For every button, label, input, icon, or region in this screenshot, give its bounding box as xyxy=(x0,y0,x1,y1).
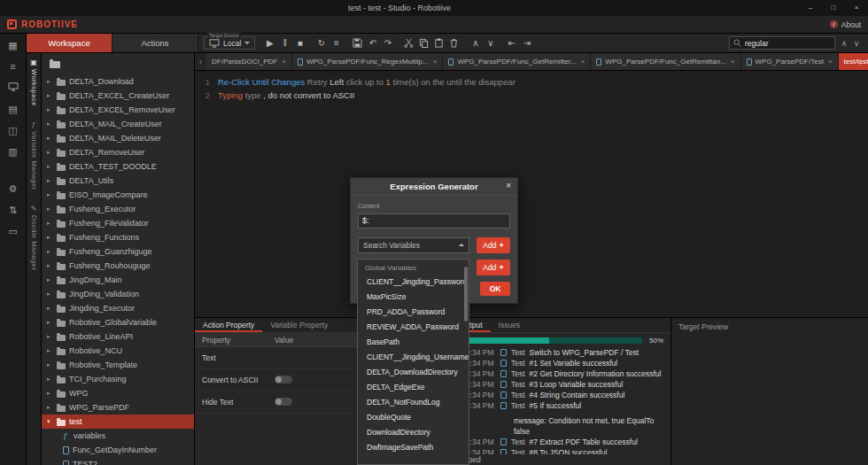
variable-option[interactable]: DELTA_NotFoundLog xyxy=(358,395,469,410)
variable-option[interactable]: DownloadDirectory xyxy=(358,425,469,440)
tree-item[interactable]: ▸Robotive_GlobalVariable xyxy=(42,315,194,329)
editor-tab[interactable]: WPG_ParsePDF/Test× xyxy=(741,53,839,70)
maximize-button[interactable]: □ xyxy=(822,0,845,16)
add-expression-button[interactable]: Add + xyxy=(477,260,510,275)
search-variables-select[interactable]: Search Variables xyxy=(358,237,469,253)
workspace-panel-toggle[interactable]: ▣Workspace xyxy=(30,58,38,106)
outdent-icon[interactable]: ⇤ xyxy=(504,35,519,50)
tab-close-icon[interactable]: × xyxy=(731,58,735,66)
import-export-icon[interactable]: ⇅ xyxy=(9,205,17,215)
tree-item[interactable]: ▸Jingding_Executor xyxy=(42,301,194,315)
tree-item[interactable]: ▸WPG xyxy=(42,386,194,400)
tab-close-icon[interactable]: × xyxy=(828,58,833,66)
tree-item[interactable]: ▸JingDing_Validation xyxy=(42,287,194,301)
editor-tab[interactable]: WPG_ParsePDF/Func_GetRemitter...× xyxy=(443,53,591,70)
variable-option[interactable]: MaxPicSize xyxy=(358,290,469,305)
tab-close-icon[interactable]: × xyxy=(282,58,286,66)
new-folder-icon[interactable] xyxy=(50,61,60,68)
manual-icon[interactable]: ▭ xyxy=(8,226,17,236)
devices-icon[interactable] xyxy=(8,82,19,93)
tab-close-icon[interactable]: × xyxy=(581,58,585,66)
tree-item[interactable]: ▸Robotive_LineAPI xyxy=(42,329,194,344)
delete-icon[interactable] xyxy=(446,35,461,50)
hide-text-toggle[interactable] xyxy=(275,398,292,406)
ok-button[interactable]: OK xyxy=(480,282,510,296)
minimize-button[interactable]: – xyxy=(799,0,822,16)
reports-icon[interactable]: ◫ xyxy=(8,125,17,136)
move-down-icon[interactable]: ∨ xyxy=(483,35,498,50)
tree-item[interactable]: TEST2 xyxy=(42,457,194,465)
dropdown-scrollbar[interactable] xyxy=(464,267,468,322)
play-icon[interactable]: ▶ xyxy=(262,35,277,50)
tree-item[interactable]: ▸EISO_ImageCompare xyxy=(42,188,194,202)
add-variable-button[interactable]: Add + xyxy=(477,237,510,253)
tab-overflow-menu-icon[interactable]: ⋮ xyxy=(854,53,868,70)
tree-item[interactable]: ▸DELTA_TEST_DOODLE xyxy=(42,159,194,174)
tree-item[interactable]: ▸DELTA_Utils xyxy=(42,174,194,188)
tab-workspace[interactable]: Workspace xyxy=(27,34,112,52)
about-button[interactable]: i About xyxy=(830,20,861,29)
schedule-icon[interactable]: ▤ xyxy=(8,104,17,114)
tree-item[interactable]: ▸Fusheng_FileValidator xyxy=(42,216,194,230)
tree-item[interactable]: ▸DELTA_RemoveUser xyxy=(42,145,194,159)
editor-tab[interactable]: DF/ParseDOCI_PDF× xyxy=(206,53,292,70)
variable-option[interactable]: REVIEW_ADDA_Password xyxy=(358,320,469,335)
workspace-grid-icon[interactable]: ▦ xyxy=(8,40,17,50)
move-up-icon[interactable]: ∧ xyxy=(468,35,483,50)
step-list-icon[interactable]: ≡ xyxy=(329,35,344,50)
logs-icon[interactable]: ▥ xyxy=(8,146,17,157)
tree-item[interactable]: ▸JingDing_Main xyxy=(42,273,194,287)
code-line[interactable]: 1Re-Click Until Changes Retry Left click… xyxy=(195,75,868,89)
settings-icon[interactable]: ⚙ xyxy=(9,183,18,194)
tree-item[interactable]: ▸Robotive_NCU xyxy=(42,344,194,358)
tree-item[interactable]: ƒvariables xyxy=(42,429,194,443)
find-next-icon[interactable]: ∨ xyxy=(850,39,863,48)
tab-close-icon[interactable]: × xyxy=(433,58,438,66)
tree-item[interactable]: ▸DELTA_EXCEL_CreateUser xyxy=(42,89,194,103)
variable-option[interactable]: CLIENT__Jingding_Username xyxy=(358,350,469,365)
redo-icon[interactable]: ↷ xyxy=(380,35,395,50)
cut-icon[interactable] xyxy=(401,35,416,50)
code-line[interactable]: 2Typing type , do not convert to ASCII xyxy=(195,89,868,102)
variable-option[interactable]: DELTA_EdgeExe xyxy=(358,380,469,395)
undo-icon[interactable]: ↶ xyxy=(365,35,380,50)
variable-option[interactable]: BasePath xyxy=(358,335,469,350)
tree-item-selected[interactable]: ▾test xyxy=(42,415,194,429)
tree-item[interactable]: ▸Fusheng_Executor xyxy=(42,202,194,216)
search-input[interactable] xyxy=(745,39,831,48)
tab-actions[interactable]: Actions xyxy=(112,34,198,52)
tab-action-property[interactable]: Action Property xyxy=(195,318,262,332)
find-previous-icon[interactable]: ∧ xyxy=(838,39,850,48)
tree-item[interactable]: ▸Robotive_Template xyxy=(42,358,194,372)
convert-to-ascii-toggle[interactable] xyxy=(275,376,292,384)
variable-option[interactable]: DELTA_DownloadDirectory xyxy=(358,365,469,380)
tree-item[interactable]: Func_GetDayInNumber xyxy=(42,443,194,457)
variable-option[interactable]: CLIENT__Jingding_Password xyxy=(358,275,469,290)
flows-icon[interactable]: ≡ xyxy=(10,61,15,72)
tree-item[interactable]: ▸Fusheng_Functions xyxy=(42,230,194,244)
variable-manager-panel-toggle[interactable]: ƒVariable Manager xyxy=(30,120,38,190)
stop-icon[interactable]: ■ xyxy=(292,35,307,50)
doodle-manager-panel-toggle[interactable]: ✎Doodle Manager xyxy=(30,205,38,270)
paste-icon[interactable] xyxy=(431,35,446,50)
tree-item[interactable]: ▸Fusheng_Guanzhiguge xyxy=(42,244,194,259)
tab-variable-property[interactable]: Variable Property xyxy=(262,318,336,332)
code-editor[interactable]: 1Re-Click Until Changes Retry Left click… xyxy=(195,71,868,317)
variable-option[interactable]: DoubleQuote xyxy=(358,410,469,425)
editor-tab[interactable]: WPG_ParsePDF/Func_GetRemittan...× xyxy=(591,53,740,70)
tree-item[interactable]: ▸Fusheng_Rouhouguge xyxy=(42,259,194,273)
editor-tab[interactable]: WPG_ParsePDF/Func_RegexMultilp...× xyxy=(292,53,444,70)
save-icon[interactable] xyxy=(350,35,365,50)
loop-icon[interactable]: ↻ xyxy=(314,35,329,50)
tree-item[interactable]: ▸DELTA_Download xyxy=(42,74,194,89)
tab-issues[interactable]: Issues xyxy=(491,318,529,332)
tree-item[interactable]: ▸DELTA_MAIL_DeleteUser xyxy=(42,131,194,145)
variable-option[interactable]: DwfImageSavePath xyxy=(358,440,469,455)
modal-close-icon[interactable]: × xyxy=(506,181,511,190)
close-button[interactable]: × xyxy=(845,0,868,16)
variable-option[interactable]: PRD_ADDA_Password xyxy=(358,305,469,320)
copy-icon[interactable] xyxy=(416,35,431,50)
pause-icon[interactable]: ‖ xyxy=(277,35,292,50)
content-input[interactable] xyxy=(358,213,510,229)
tree-item[interactable]: ▸DELTA_EXCEL_RemoveUser xyxy=(42,103,194,117)
